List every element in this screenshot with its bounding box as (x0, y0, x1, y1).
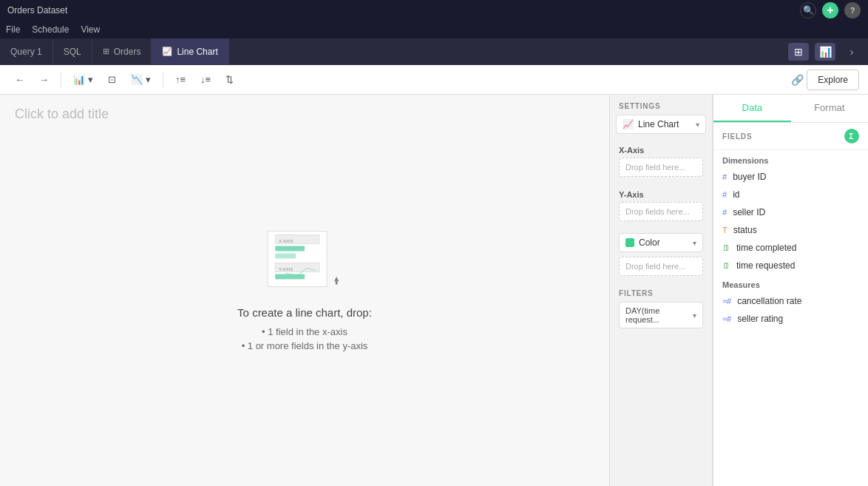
settings-panel: SETTINGS 📈 Line Chart ▾ X-Axis Drop fiel… (609, 95, 713, 486)
field-item[interactable]: 🗓time completed (713, 239, 868, 257)
field-type-icon: # (722, 208, 727, 217)
tab-orders[interactable]: ⊞ Orders (92, 38, 152, 64)
explore-btn[interactable]: Explore (807, 70, 859, 90)
drop-title: To create a line chart, drop: (237, 306, 372, 318)
tab-line-chart-label: Line Chart (177, 47, 217, 57)
table-icon2: ⊡ (108, 74, 116, 85)
field-item[interactable]: 🗓time requested (713, 257, 868, 274)
color-label: Color (639, 237, 660, 248)
chart-placeholder: X-AXIS Y-AXIS To create a l (237, 227, 372, 354)
field-item[interactable]: Tstatus (713, 221, 868, 239)
table-icon: ⊞ (103, 47, 109, 56)
table-view-btn[interactable]: ⊡ (102, 70, 122, 90)
tab-line-chart[interactable]: 📈 Line Chart (152, 38, 228, 64)
top-bar-actions: 🔍 + ? (800, 2, 861, 18)
sort-icon: ⇅ (226, 74, 234, 85)
sort-desc-icon: ↓≡ (200, 74, 211, 85)
field-item[interactable]: #id (713, 186, 868, 203)
expand-btn[interactable]: › (841, 43, 862, 61)
sort-btn[interactable]: ⇅ (220, 70, 240, 90)
tab-data[interactable]: Data (713, 95, 791, 122)
tab-end-buttons: ⊞ 📊 › (782, 38, 868, 64)
area-chart-btn[interactable]: 📉 ▾ (125, 70, 157, 90)
svg-text:Y-AXIS: Y-AXIS (279, 266, 293, 271)
tab-sql-label: SQL (64, 47, 81, 57)
tab-orders-label: Orders (114, 47, 141, 57)
menu-bar: File Schedule View (0, 21, 868, 38)
field-item[interactable]: ≈#seller rating (713, 310, 868, 328)
search-icon[interactable]: 🔍 (800, 2, 816, 18)
bar-chart-icon: 📊 (73, 74, 85, 85)
tab-query1-label: Query 1 (10, 47, 42, 57)
svg-marker-8 (333, 277, 339, 285)
field-name: cancellation rate (737, 296, 801, 306)
menu-schedule[interactable]: Schedule (32, 24, 69, 35)
x-axis-drop[interactable]: Drop field here... (619, 158, 703, 177)
drop-item1: • 1 field in the x-axis (237, 325, 372, 337)
tab-bar: Query 1 SQL ⊞ Orders 📈 Line Chart ⊞ 📊 › (0, 38, 868, 65)
field-item[interactable]: #buyer ID (713, 168, 868, 186)
chart-view-btn[interactable]: 📊 (815, 43, 835, 61)
field-type-icon: ≈# (722, 314, 731, 323)
fields-panel: Data Format FIELDS Σ Dimensions #buyer I… (713, 95, 868, 486)
field-type-icon: T (722, 226, 728, 234)
color-selector[interactable]: Color ▾ (619, 233, 703, 252)
sort-desc-btn[interactable]: ↓≡ (194, 70, 217, 90)
settings-header: SETTINGS (610, 95, 712, 115)
toolbar-sep2 (163, 72, 163, 87)
field-name: buyer ID (733, 172, 766, 182)
filter-tag[interactable]: DAY(time request... ▾ (619, 302, 703, 328)
y-axis-drop[interactable]: Drop fields here... (619, 202, 703, 221)
x-axis-label: X-Axis (619, 146, 703, 155)
filter-tag-label: DAY(time request... (625, 306, 690, 324)
link-icon[interactable]: 🔗 (791, 74, 804, 86)
menu-file[interactable]: File (6, 24, 20, 35)
add-icon[interactable]: + (822, 2, 838, 18)
color-chevron: ▾ (693, 239, 696, 247)
grid-view-btn[interactable]: ⊞ (788, 43, 809, 61)
drop-item2: • 1 or more fields in the y-axis (237, 340, 372, 351)
field-name: seller ID (733, 207, 765, 217)
back-btn[interactable]: ← (9, 70, 30, 90)
field-name: id (733, 189, 739, 200)
field-item[interactable]: #seller ID (713, 203, 868, 221)
field-name: time requested (736, 260, 795, 271)
svg-text:X-AXIS: X-AXIS (279, 238, 294, 243)
x-axis-section: X-Axis Drop field here... (610, 141, 712, 186)
color-drop[interactable]: Drop field here... (619, 257, 703, 276)
field-name: status (733, 225, 757, 235)
filters-header: FILTERS (619, 289, 703, 297)
sort-asc-icon: ↑≡ (175, 74, 186, 85)
field-type-icon: # (722, 172, 727, 181)
tab-sql[interactable]: SQL (53, 38, 92, 64)
app-title: Orders Dataset (7, 5, 67, 16)
forward-btn[interactable]: → (33, 70, 55, 90)
chevron-down-icon: ▾ (88, 74, 93, 85)
filter-chevron: ▾ (693, 311, 696, 320)
y-axis-label: Y-Axis (619, 190, 703, 199)
field-name: seller rating (737, 314, 783, 324)
sort-asc-btn[interactable]: ↑≡ (169, 70, 191, 90)
svg-rect-4 (275, 253, 296, 258)
help-icon[interactable]: ? (844, 2, 861, 18)
chart-type-selector[interactable]: 📈 Line Chart ▾ (616, 115, 706, 134)
color-swatch (625, 238, 634, 247)
y-axis-section: Y-Axis Drop fields here... (610, 186, 712, 230)
tab-query1[interactable]: Query 1 (0, 38, 53, 64)
sigma-btn[interactable]: Σ (844, 129, 859, 144)
drop-instructions: To create a line chart, drop: • 1 field … (237, 306, 372, 354)
top-bar: Orders Dataset 🔍 + ? (0, 0, 868, 21)
dimensions-list: #buyer ID#id#seller IDTstatus🗓time compl… (713, 168, 868, 274)
field-item[interactable]: ≈#cancellation rate (713, 292, 868, 310)
tab-format[interactable]: Format (791, 95, 869, 122)
fields-label: FIELDS (722, 132, 752, 141)
color-section: Color ▾ Drop field here... (610, 230, 712, 285)
fields-tabs: Data Format (713, 95, 868, 123)
toolbar-sep1 (61, 72, 61, 87)
field-type-icon: # (722, 190, 727, 199)
chart-type-btn[interactable]: 📊 ▾ (67, 70, 99, 90)
fields-header: FIELDS Σ (713, 123, 868, 150)
add-title[interactable]: Click to add title (15, 107, 109, 122)
menu-view[interactable]: View (81, 24, 100, 35)
field-type-icon: 🗓 (722, 243, 730, 252)
